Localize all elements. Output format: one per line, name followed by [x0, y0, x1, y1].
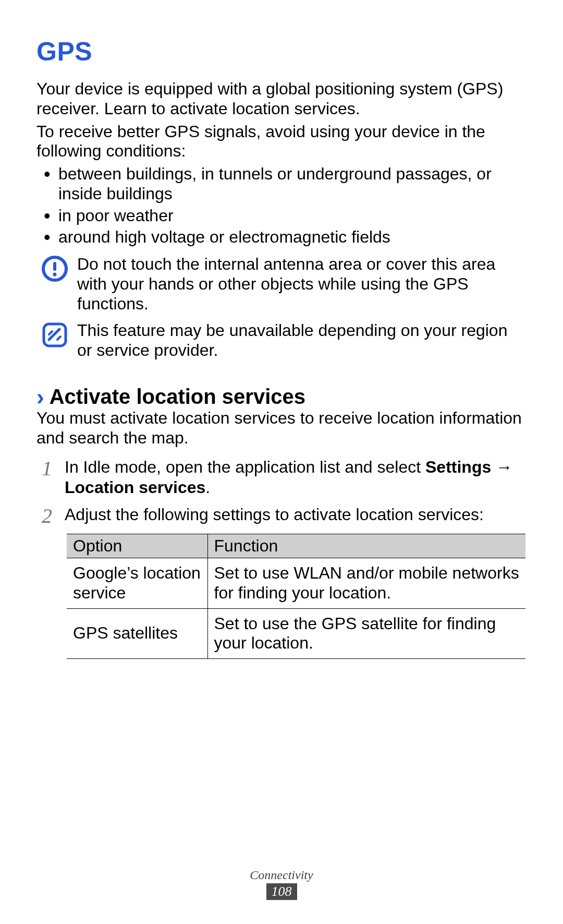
intro-paragraph-2: To receive better GPS signals, avoid usi…: [36, 122, 527, 162]
page-title: GPS: [36, 37, 527, 67]
list-item: around high voltage or electromagnetic f…: [51, 227, 527, 247]
ui-path-location-services: Location services: [65, 478, 205, 497]
footer-page-number: 108: [266, 883, 297, 900]
svg-rect-1: [53, 262, 56, 271]
table-header-option: Option: [67, 534, 207, 558]
subheading-intro: You must activate location services to r…: [36, 409, 527, 448]
warning-callout: Do not touch the internal antenna area o…: [36, 255, 527, 314]
note-icon: [42, 322, 68, 348]
subheading: Activate location services: [50, 385, 305, 409]
warning-text: Do not touch the internal antenna area o…: [77, 255, 527, 314]
step-2: 2 Adjust the following settings to activ…: [36, 505, 527, 526]
step-body: Adjust the following settings to activat…: [65, 505, 527, 524]
step-number: 1: [36, 457, 57, 479]
ui-path-settings: Settings: [425, 458, 491, 476]
arrow-text: →: [491, 458, 512, 476]
note-callout: This feature may be unavailable dependin…: [36, 321, 527, 361]
subheading-row: › Activate location services: [36, 385, 527, 409]
list-item: in poor weather: [51, 206, 527, 226]
step-body: In Idle mode, open the application list …: [65, 457, 527, 497]
options-table: Option Function Google’s location servic…: [67, 534, 525, 659]
intro-paragraph-1: Your device is equipped with a global po…: [36, 79, 527, 119]
table-cell-function: Set to use WLAN and/or mobile networks f…: [207, 558, 525, 609]
step-1: 1 In Idle mode, open the application lis…: [36, 457, 527, 497]
svg-point-2: [53, 273, 57, 277]
step-number: 2: [36, 505, 57, 526]
chevron-right-icon: ›: [36, 386, 44, 409]
table-header-function: Function: [207, 534, 525, 558]
page-footer: Connectivity 108: [0, 868, 563, 900]
note-text: This feature may be unavailable dependin…: [77, 321, 527, 361]
footer-section-name: Connectivity: [0, 868, 563, 882]
table-cell-option: GPS satellites: [67, 608, 207, 659]
step-text-end: .: [205, 478, 210, 497]
gps-conditions-list: between buildings, in tunnels or undergr…: [36, 164, 527, 247]
table-cell-option: Google’s location service: [67, 558, 207, 609]
table-row: GPS satellites Set to use the GPS satell…: [67, 608, 525, 659]
list-item: between buildings, in tunnels or undergr…: [51, 164, 527, 204]
table-row: Google’s location service Set to use WLA…: [67, 558, 525, 609]
step-text: In Idle mode, open the application list …: [65, 458, 425, 476]
warning-icon: [42, 256, 68, 282]
table-cell-function: Set to use the GPS satellite for finding…: [207, 608, 525, 659]
